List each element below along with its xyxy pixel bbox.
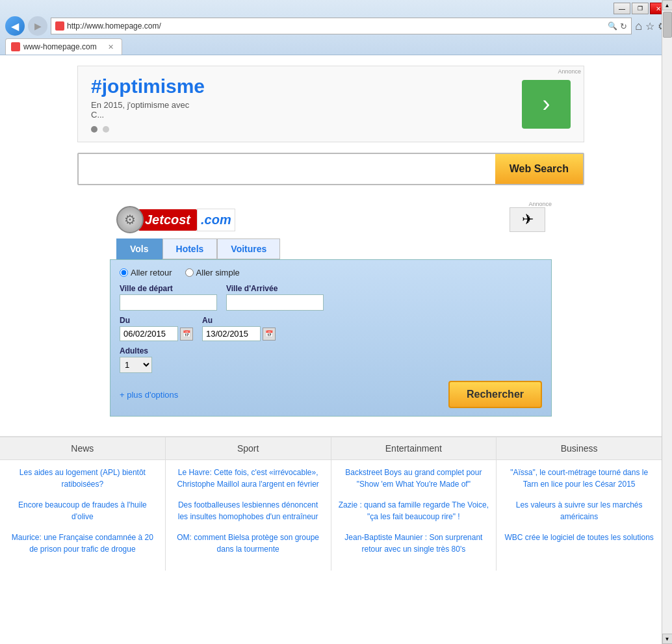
news-item[interactable]: Backstreet Boys au grand complet pour "S… xyxy=(338,467,490,490)
nav-bar: ◀ ▶ http://www.homepage.com/ 🔍 ↻ ⌂ ☆ ⚙ xyxy=(5,16,667,36)
tab-active[interactable]: www-homepage.com ✕ xyxy=(5,38,122,55)
url-text[interactable]: http://www.homepage.com/ xyxy=(67,21,605,31)
window-controls: — ❐ ✕ xyxy=(614,3,667,14)
arrivee-input[interactable] xyxy=(226,294,324,311)
news-col-header-entertainment: Entertainment xyxy=(331,437,497,460)
au-label: Au xyxy=(202,316,276,325)
minimize-button[interactable]: — xyxy=(614,3,630,14)
news-col-items-entertainment: Backstreet Boys au grand complet pour "S… xyxy=(331,460,497,571)
radio-row: Aller retour Aller simple xyxy=(120,268,542,277)
news-col-header-news: News xyxy=(0,437,165,460)
form-bottom-row: + plus d'options Rechercher xyxy=(120,381,542,408)
news-item[interactable]: Les valeurs à suivre sur les marchés amé… xyxy=(503,499,655,522)
tab-voitures[interactable]: Voitures xyxy=(217,238,280,259)
news-col-sport: Sport Le Havre: Cette fois, c'est «irrév… xyxy=(166,437,331,571)
radio-retour-label[interactable]: Aller retour xyxy=(120,268,172,277)
city-row: Ville de départ Ville d'Arrivée xyxy=(120,284,542,311)
tab-favicon xyxy=(11,42,20,51)
jetcost-ad-label: Annonce xyxy=(528,201,552,207)
du-input-wrap: 📅 xyxy=(120,326,193,341)
address-bar: http://www.homepage.com/ 🔍 ↻ xyxy=(51,18,632,34)
adultes-select[interactable]: 1 2 3 xyxy=(120,357,152,373)
scroll-up-arrow[interactable]: ▲ xyxy=(662,0,673,10)
du-date-input[interactable] xyxy=(120,326,178,341)
date-row: Du 📅 Au 📅 xyxy=(120,316,542,341)
arrivee-group: Ville d'Arrivée xyxy=(226,284,324,311)
reload-icon[interactable]: ↻ xyxy=(620,21,627,31)
du-calendar-icon[interactable]: 📅 xyxy=(180,328,193,341)
ad-label-banner: Annonce xyxy=(558,68,581,75)
plus-options-link[interactable]: + plus d'options xyxy=(120,390,178,400)
back-button[interactable]: ◀ xyxy=(5,16,25,36)
jetcost-header: ⚙ Jet cost .com ✈ xyxy=(110,201,552,238)
logo-gear: ⚙ xyxy=(116,206,144,233)
dot-2[interactable] xyxy=(103,126,109,133)
tab-title: www-homepage.com xyxy=(23,42,105,51)
search-input[interactable] xyxy=(79,154,495,184)
logo-cost-text: cost xyxy=(164,213,190,227)
news-item[interactable]: Des footballeuses lesbiennes dénoncent l… xyxy=(172,499,324,522)
rechercher-button[interactable]: Rechercher xyxy=(448,381,542,408)
title-bar: — ❐ ✕ xyxy=(5,3,667,14)
news-item[interactable]: Encore beaucoup de fraudes à l'huile d'o… xyxy=(6,499,159,522)
depart-group: Ville de départ xyxy=(120,284,217,311)
arrivee-label: Ville d'Arrivée xyxy=(226,284,324,293)
ad-arrow-button[interactable]: › xyxy=(522,80,571,129)
ad-dots xyxy=(91,126,205,133)
news-item[interactable]: OM: comment Bielsa protège son groupe da… xyxy=(172,532,324,555)
news-item[interactable]: Maurice: une Française condamnée à 20 de… xyxy=(6,532,159,555)
site-favicon xyxy=(55,21,64,31)
forward-button[interactable]: ▶ xyxy=(28,16,47,36)
au-group: Au 📅 xyxy=(202,316,276,341)
home-icon[interactable]: ⌂ xyxy=(635,19,642,33)
scroll-thumb[interactable] xyxy=(663,12,672,38)
news-item[interactable]: Les aides au logement (APL) bientôt rati… xyxy=(6,467,159,490)
tab-close-icon[interactable]: ✕ xyxy=(108,43,114,51)
news-item[interactable]: Le Havre: Cette fois, c'est «irrévocable… xyxy=(172,467,324,490)
news-col-entertainment: Entertainment Backstreet Boys au grand c… xyxy=(331,437,497,571)
news-item[interactable]: WBC crée le logiciel de toutes les solut… xyxy=(503,532,655,543)
news-col-items-business: "Aïssa", le court-métrage tourné dans le… xyxy=(497,460,662,559)
news-col-business: Business "Aïssa", le court-métrage tourn… xyxy=(497,437,662,571)
news-item[interactable]: "Aïssa", le court-métrage tourné dans le… xyxy=(503,467,655,490)
ad-subtitle: En 2015, j'optimisme avec xyxy=(91,100,205,110)
jetcost-section: Annonce ⚙ Jet cost .com ✈ Vols Hotels Vo… xyxy=(110,201,552,417)
depart-input[interactable] xyxy=(120,294,217,311)
ad-banner: Annonce #joptimisme En 2015, j'optimisme… xyxy=(77,66,584,142)
tab-hotels[interactable]: Hotels xyxy=(162,238,218,259)
radio-retour[interactable] xyxy=(120,268,128,277)
jetcost-tabs: Vols Hotels Voitures xyxy=(116,238,552,259)
tab-bar: www-homepage.com ✕ xyxy=(5,38,667,55)
news-col-items-sport: Le Havre: Cette fois, c'est «irrévocable… xyxy=(166,460,331,571)
radio-simple[interactable] xyxy=(185,268,194,277)
tab-vols[interactable]: Vols xyxy=(116,238,162,259)
news-col-header-sport: Sport xyxy=(166,437,331,460)
au-input-wrap: 📅 xyxy=(202,326,276,341)
au-calendar-icon[interactable]: 📅 xyxy=(263,328,276,341)
restore-button[interactable]: ❐ xyxy=(632,3,649,14)
ad-content: #joptimisme En 2015, j'optimisme avec C.… xyxy=(91,75,205,133)
adultes-label: Adultes xyxy=(120,346,542,355)
adultes-row: Adultes 1 2 3 xyxy=(120,346,542,373)
logo-dotcom-box: .com xyxy=(197,209,235,231)
jetcost-form: Aller retour Aller simple Ville de dépar… xyxy=(110,259,552,417)
news-item[interactable]: Zazie : quand sa famille regarde The Voi… xyxy=(338,499,490,522)
logo-jet-text: Jet xyxy=(145,213,164,227)
news-col-items-news: Les aides au logement (APL) bientôt rati… xyxy=(0,460,165,571)
logo-red-box: Jet cost xyxy=(138,209,197,231)
star-icon[interactable]: ☆ xyxy=(645,20,654,32)
ad-subtitle2: C... xyxy=(91,110,205,120)
search-icon[interactable]: 🔍 xyxy=(608,21,617,31)
dot-1[interactable] xyxy=(91,126,97,133)
du-group: Du 📅 xyxy=(120,316,193,341)
news-item[interactable]: Jean-Baptiste Maunier : Son surprenant r… xyxy=(338,532,490,555)
au-date-input[interactable] xyxy=(202,326,261,341)
radio-simple-label[interactable]: Aller simple xyxy=(185,268,240,277)
web-search-button[interactable]: Web Search xyxy=(495,154,583,184)
news-section: News Les aides au logement (APL) bientôt… xyxy=(0,436,662,571)
ad-hashtag: #joptimisme xyxy=(91,75,205,97)
page-content: Annonce #joptimisme En 2015, j'optimisme… xyxy=(0,55,672,627)
browser-chrome: — ❐ ✕ ◀ ▶ http://www.homepage.com/ 🔍 ↻ ⌂… xyxy=(0,0,672,55)
news-col-header-business: Business xyxy=(497,437,662,460)
jetcost-plane-icon: ✈ xyxy=(510,207,545,232)
